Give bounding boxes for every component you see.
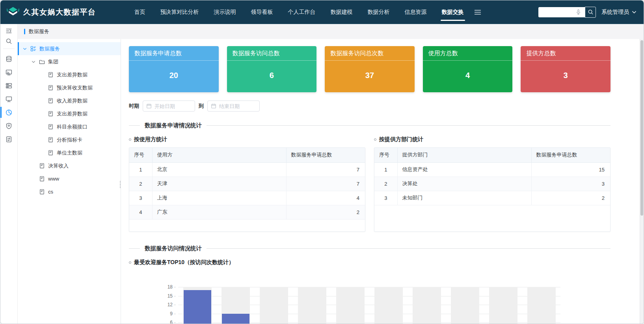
tree-item-label: 集团 — [48, 58, 58, 65]
doc-icon — [48, 72, 54, 78]
table-cell: 3 — [531, 177, 610, 191]
search-input[interactable] — [542, 9, 575, 15]
tree-item-6[interactable]: 科目余额接口 — [18, 120, 121, 133]
caret-placeholder — [40, 112, 45, 116]
tree-item-11[interactable]: cs — [18, 185, 121, 198]
nav-item-3[interactable]: 领导看板 — [244, 0, 281, 24]
start-date-input[interactable] — [154, 103, 190, 109]
tree-item-0[interactable]: 数据服务 — [18, 42, 121, 55]
nav-more-menu-icon[interactable] — [474, 9, 482, 16]
tree: 数据服务集团支出差异数据预决算收支数据收入差异数据支出差异数据科目余额接口分析指… — [18, 42, 121, 198]
tree-item-5[interactable]: 支出差异数据 — [18, 107, 121, 120]
column-header: 序号 — [129, 148, 152, 162]
caret-down-icon[interactable] — [22, 47, 27, 51]
nav-item-1[interactable]: 预决算对比分析 — [153, 0, 207, 24]
cast-icon[interactable] — [0, 65, 17, 79]
stat-card-value: 6 — [227, 61, 317, 92]
search-button[interactable] — [585, 7, 596, 18]
data-table: 序号使用方数据服务申请总数1北京72天津73上海44广东2 — [129, 148, 365, 220]
top10-subtitle: 最受欢迎服务TOP10（按访问次数统计） — [129, 259, 610, 266]
nav-item-4[interactable]: 个人工作台 — [281, 0, 323, 24]
bar-background-band — [298, 287, 326, 324]
tree-item-1[interactable]: 集团 — [18, 55, 121, 68]
caret-down-icon[interactable] — [31, 60, 36, 64]
chart-slot-7 — [446, 287, 484, 324]
chart-slot-9 — [522, 287, 560, 324]
search-icon[interactable] — [0, 36, 17, 46]
nav-item-8[interactable]: 数据交换 — [434, 0, 471, 24]
chart-slot-3 — [293, 287, 331, 324]
tree-item-label: 数据服务 — [39, 45, 60, 52]
table-cell: 2 — [374, 177, 397, 191]
end-date-input[interactable] — [219, 103, 255, 109]
y-tick-mark — [174, 296, 176, 296]
tree-item-7[interactable]: 分析指标卡 — [18, 133, 121, 146]
tree-item-2[interactable]: 支出差异数据 — [18, 68, 121, 81]
tree-item-9[interactable]: 决算收入 — [18, 159, 121, 172]
table-cell: 4 — [129, 205, 152, 219]
end-date-field[interactable] — [207, 101, 260, 112]
tree-item-3[interactable]: 预决算收支数据 — [18, 81, 121, 94]
calendar-icon — [146, 103, 152, 109]
y-tick-mark — [174, 322, 176, 323]
caret-placeholder — [31, 190, 36, 194]
stat-card-title: 数据服务访问总数 — [227, 46, 317, 61]
caret-placeholder — [40, 138, 45, 142]
stat-card-0: 数据服务申请总数20 — [129, 46, 219, 92]
doc-icon — [39, 176, 45, 182]
chart-slot-4 — [331, 287, 369, 324]
scrollbar-thumb[interactable] — [640, 40, 643, 216]
nav-item-5[interactable]: 数据建模 — [323, 0, 360, 24]
start-date-field[interactable] — [143, 101, 195, 112]
shield-icon[interactable] — [0, 119, 17, 132]
bar-background-band — [451, 287, 479, 324]
table-cell: 决算处 — [397, 177, 531, 191]
transfer-icon[interactable] — [0, 132, 17, 146]
pie-chart-icon[interactable] — [0, 106, 17, 119]
tree-item-label: cs — [48, 189, 53, 195]
nav-item-0[interactable]: 首页 — [127, 0, 153, 24]
column-header: 序号 — [374, 148, 397, 162]
caret-placeholder — [40, 125, 45, 129]
folder-icon — [39, 59, 45, 65]
server-icon[interactable] — [0, 79, 17, 92]
monitor-icon[interactable] — [0, 92, 17, 106]
by-provider-subtitle: 按提供方部门统计 — [374, 136, 610, 143]
tree-item-label: 收入差异数据 — [57, 97, 87, 104]
doc-icon — [48, 137, 54, 143]
calendar-icon — [211, 103, 216, 109]
bullet-icon — [374, 138, 376, 141]
user-name: 系统管理员 — [601, 9, 629, 16]
microphone-icon[interactable] — [575, 9, 581, 15]
chart-y-axis: 369121518 — [129, 287, 178, 324]
breadcrumb-bar: 数据服务 — [18, 24, 644, 39]
tree-item-label: www — [48, 176, 59, 182]
tree-item-4[interactable]: 收入差异数据 — [18, 94, 121, 107]
tree-item-label: 支出差异数据 — [57, 71, 87, 78]
top10-bar-chart: 369121518 — [129, 287, 610, 324]
table-cell: 信息资产处 — [397, 162, 531, 177]
table-cell: 天津 — [152, 177, 286, 191]
table-cell: 未知部门 — [397, 191, 531, 205]
table-row: 2天津7 — [129, 177, 365, 191]
nav-item-7[interactable]: 信息资源 — [397, 0, 434, 24]
table-cell: 2 — [129, 177, 152, 191]
bar-value-9 — [222, 314, 249, 324]
doc-icon — [48, 150, 54, 156]
doc-icon — [48, 85, 54, 91]
tree-item-8[interactable]: 单位主数据 — [18, 146, 121, 159]
column-header: 使用方 — [152, 148, 286, 162]
nav-item-2[interactable]: 演示说明 — [207, 0, 244, 24]
database-icon[interactable] — [0, 52, 17, 65]
stat-card-title: 使用方总数 — [423, 46, 513, 61]
icon-rail — [0, 24, 18, 324]
collapse-icon[interactable] — [0, 26, 17, 36]
tree-item-10[interactable]: www — [18, 172, 121, 185]
table-cell: 3 — [129, 191, 152, 205]
nav-item-6[interactable]: 数据分析 — [360, 0, 397, 24]
user-menu[interactable]: 系统管理员 — [601, 9, 637, 16]
bar-background-band — [413, 287, 441, 324]
caret-placeholder — [40, 86, 45, 90]
bullet-icon — [129, 261, 131, 264]
caret-placeholder — [31, 164, 36, 168]
